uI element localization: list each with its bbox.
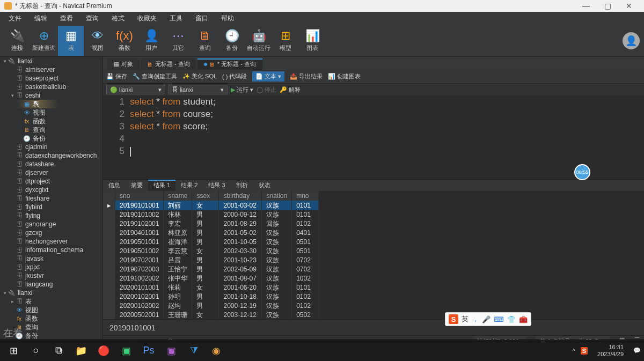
tree-lianxi[interactable]: ▾🔌lianxi bbox=[0, 57, 103, 65]
toolbar-连接[interactable]: 🔌连接 bbox=[4, 26, 30, 56]
stop-button[interactable]: ◯ 停止 bbox=[257, 86, 276, 94]
ime-toolbar[interactable]: S 英 ， 🎤 ⌨ 👕 🧰 bbox=[445, 312, 531, 326]
windows-taskbar[interactable]: ⊞ ○ ⧉ 📁 🔴 ▣ Ps ▣ ⧩ ◉ ^ S 16:312023/4/29 … bbox=[0, 340, 644, 361]
toolbar-模型[interactable]: ⊞模型 bbox=[273, 26, 298, 56]
toolbar-视图[interactable]: 👁视图 bbox=[85, 26, 111, 56]
tree-jxpjxt[interactable]: 🗄jxpjxt bbox=[0, 263, 103, 271]
table-row[interactable]: 20190101001刘丽女2001-03-02汉族0101 bbox=[103, 201, 319, 210]
ime-punct-icon[interactable]: ， bbox=[472, 314, 479, 324]
table-row[interactable]: 20190501002李云慧女2002-03-30汉族0501 bbox=[103, 247, 319, 256]
text-mode-button[interactable]: 📄 文本 ▾ bbox=[252, 71, 284, 82]
tree-视图[interactable]: 👁视图 bbox=[0, 306, 103, 314]
col-snation[interactable]: snation bbox=[262, 191, 292, 201]
result-tab-摘要[interactable]: 摘要 bbox=[126, 180, 148, 191]
table-row[interactable]: 20190702003王怡宁男2002-05-09汉族0702 bbox=[103, 265, 319, 274]
connection-select[interactable]: 🟢 lianxi▾ bbox=[106, 85, 165, 94]
minimize-button[interactable]: — bbox=[575, 2, 597, 10]
navicat-icon[interactable]: ◉ bbox=[206, 342, 226, 359]
close-button[interactable]: ✕ bbox=[618, 2, 640, 10]
toolbar-备份[interactable]: 🕘备份 bbox=[219, 26, 245, 56]
maximize-button[interactable]: ▢ bbox=[597, 2, 618, 10]
tree-liangcang[interactable]: 🗄liangcang bbox=[0, 280, 103, 289]
toolbar-表[interactable]: ▦表 bbox=[58, 26, 84, 56]
ime-mic-icon[interactable]: 🎤 bbox=[482, 315, 491, 323]
cortana-button[interactable]: ○ bbox=[26, 342, 46, 359]
tree-information_schema[interactable]: 🗄information_schema bbox=[0, 246, 103, 254]
menu-文件[interactable]: 文件 bbox=[3, 13, 27, 24]
tree-gzcxg[interactable]: 🗄gzcxg bbox=[0, 229, 103, 237]
tree-hezhongserver[interactable]: 🗄hezhongserver bbox=[0, 237, 103, 246]
tray-up-icon[interactable]: ^ bbox=[573, 348, 575, 354]
result-tab-结果 2[interactable]: 结果 2 bbox=[175, 180, 203, 191]
ime-tools-icon[interactable]: 🧰 bbox=[519, 315, 528, 323]
result-grid[interactable]: snosnamessexsbirthdaysnationmno201901010… bbox=[103, 191, 644, 319]
table-row[interactable]: 20190102001李宏男2001-08-29回族0102 bbox=[103, 219, 319, 229]
toolbar-函数[interactable]: f(x)函数 bbox=[112, 26, 137, 56]
menu-编辑[interactable]: 编辑 bbox=[29, 13, 53, 24]
tree-jxustvr[interactable]: 🗄jxustvr bbox=[0, 271, 103, 280]
toolbar-新建查询[interactable]: ⊕新建查询 bbox=[31, 26, 57, 56]
ime-keyboard-icon[interactable]: ⌨ bbox=[494, 315, 504, 323]
explorer-icon[interactable]: 📁 bbox=[71, 342, 91, 359]
query-builder-button[interactable]: 🔧 查询创建工具 bbox=[133, 72, 177, 80]
col-mno[interactable]: mno bbox=[292, 191, 319, 201]
tree-函数[interactable]: fx函数 bbox=[0, 314, 103, 323]
pycharm-icon[interactable]: ▣ bbox=[116, 342, 136, 359]
tree-javask[interactable]: 🗄javask bbox=[0, 254, 103, 263]
database-select[interactable]: 🗄 lianxi▾ bbox=[169, 85, 228, 94]
tray-sogou-icon[interactable]: S bbox=[581, 347, 588, 355]
export-result-button[interactable]: 📤 导出结果 bbox=[290, 72, 323, 80]
table-row[interactable]: 20190501001崔海洋男2001-10-05汉族0501 bbox=[103, 238, 319, 247]
snippet-button[interactable]: ( ) 代码段 bbox=[222, 72, 247, 80]
table-row[interactable]: 20190702001吕震男2001-10-23汉族0702 bbox=[103, 256, 319, 265]
tree-备份[interactable]: 🕘备份 bbox=[0, 134, 103, 143]
explain-button[interactable]: 🔑 解释 bbox=[280, 86, 301, 94]
table-row[interactable]: 20200102001孙明男2001-10-18汉族0102 bbox=[103, 292, 319, 301]
vscode-icon[interactable]: ⧩ bbox=[184, 342, 204, 359]
menu-工具[interactable]: 工具 bbox=[164, 13, 188, 24]
tree-basketballclub[interactable]: 🗄basketballclub bbox=[0, 83, 103, 91]
connection-tree[interactable]: ▾🔌lianxi🗄aimiserver🗄baseproject🗄basketba… bbox=[0, 57, 103, 347]
tree-datashare[interactable]: 🗄datashare bbox=[0, 160, 103, 168]
tree-表[interactable]: ▦表 bbox=[0, 100, 103, 108]
menu-收藏夹[interactable]: 收藏夹 bbox=[132, 13, 162, 24]
tree-ganorange[interactable]: 🗄ganorange bbox=[0, 220, 103, 229]
photoshop-icon[interactable]: Ps bbox=[138, 342, 159, 359]
chrome-icon[interactable]: 🔴 bbox=[93, 342, 114, 359]
tree-表[interactable]: ▸🗄表 bbox=[0, 297, 103, 306]
tree-flying[interactable]: 🗄flying bbox=[0, 211, 103, 220]
menu-格式[interactable]: 格式 bbox=[106, 13, 130, 24]
tree-查询[interactable]: 🗎查询 bbox=[0, 126, 103, 134]
table-row[interactable]: 20200502001王珊珊女2003-12-12汉族0502 bbox=[103, 311, 319, 319]
col-ssex[interactable]: ssex bbox=[192, 191, 219, 201]
save-button[interactable]: 💾 保存 bbox=[106, 72, 127, 80]
table-row[interactable]: 20190101002张林男2000-09-12汉族0101 bbox=[103, 210, 319, 219]
table-row[interactable]: 20191002002张中华男2001-08-07汉族1002 bbox=[103, 274, 319, 283]
tree-dyxcglxt[interactable]: 🗄dyxcglxt bbox=[0, 186, 103, 194]
toolbar-其它[interactable]: ⋯其它 bbox=[165, 26, 191, 56]
clock[interactable]: 16:312023/4/29 bbox=[593, 344, 628, 358]
tree-aimiserver[interactable]: 🗄aimiserver bbox=[0, 65, 103, 74]
menu-窗口[interactable]: 窗口 bbox=[190, 13, 214, 24]
result-tab-结果 3[interactable]: 结果 3 bbox=[203, 180, 230, 191]
run-button[interactable]: ▶运行 ▾ bbox=[231, 86, 253, 94]
tree-cjadmin[interactable]: 🗄cjadmin bbox=[0, 143, 103, 151]
col-sno[interactable]: sno bbox=[115, 191, 164, 201]
tree-dtproject[interactable]: 🗄dtproject bbox=[0, 177, 103, 186]
result-tab-结果 1[interactable]: 结果 1 bbox=[148, 180, 175, 191]
result-tab-剖析[interactable]: 剖析 bbox=[231, 180, 253, 191]
intellij-icon[interactable]: ▣ bbox=[161, 342, 181, 359]
tree-flybird[interactable]: 🗄flybird bbox=[0, 203, 103, 211]
tab-objects[interactable]: ▦对象 bbox=[107, 58, 140, 70]
table-row[interactable]: 20200101001张莉女2001-06-20汉族0101 bbox=[103, 283, 319, 292]
tree-fileshare[interactable]: 🗄fileshare bbox=[0, 194, 103, 203]
tree-ceshi[interactable]: ▾🗄ceshi bbox=[0, 91, 103, 100]
toolbar-用户[interactable]: 👤用户 bbox=[138, 26, 164, 56]
result-tab-状态[interactable]: 状态 bbox=[253, 180, 276, 191]
taskview-button[interactable]: ⧉ bbox=[48, 342, 69, 359]
tree-dataexchangeworkbench[interactable]: 🗄dataexchangeworkbench bbox=[0, 151, 103, 160]
toolbar-图表[interactable]: 📊图表 bbox=[299, 26, 325, 56]
ime-skin-icon[interactable]: 👕 bbox=[507, 315, 516, 323]
start-button[interactable]: ⊞ bbox=[3, 342, 24, 359]
tree-视图[interactable]: 👁视图 bbox=[0, 108, 103, 117]
